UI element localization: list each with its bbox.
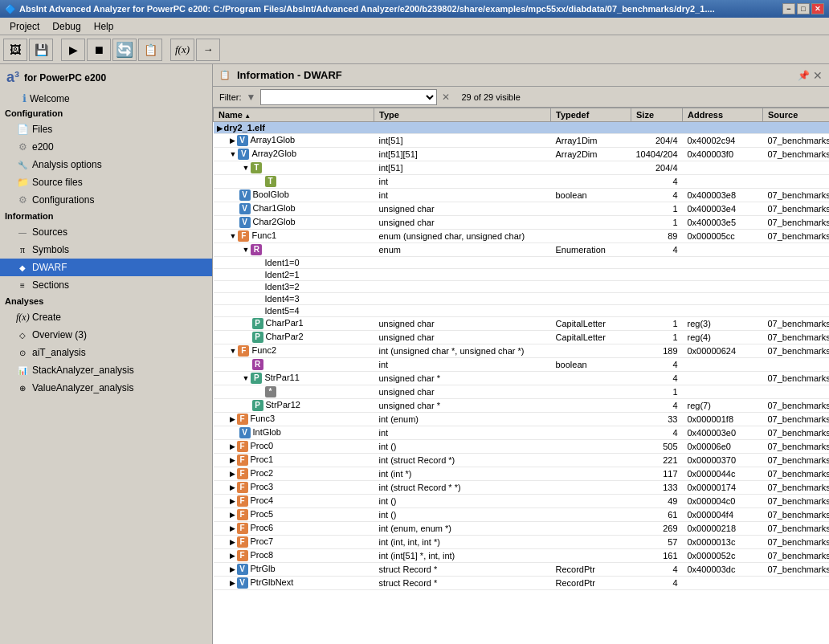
table-row[interactable]: PStrPar12unsigned char *4reg(7)07_benchm… bbox=[214, 399, 830, 413]
table-row[interactable]: Ident3=2 bbox=[214, 281, 830, 293]
sidebar-item-e200[interactable]: ⚙ e200 bbox=[0, 138, 212, 156]
filter-dropdown[interactable] bbox=[260, 89, 437, 105]
expand-icon[interactable]: ▶ bbox=[230, 565, 235, 573]
expand-icon[interactable]: ▼ bbox=[243, 374, 250, 382]
sidebar-item-source-files[interactable]: 📁 Source files bbox=[0, 173, 212, 191]
expand-icon[interactable]: ▶ bbox=[230, 511, 235, 519]
cell-size: 33 bbox=[631, 413, 683, 426]
table-row[interactable]: Ident2=1 bbox=[214, 269, 830, 281]
close-button[interactable]: ✕ bbox=[811, 3, 824, 14]
toolbar-export[interactable]: 📋 bbox=[138, 39, 162, 61]
table-row[interactable]: ▶FProc8int (int[51] *, int, int)1610x000… bbox=[214, 549, 830, 563]
expand-icon[interactable]: ▶ bbox=[217, 124, 223, 132]
table-row[interactable]: Ident4=3 bbox=[214, 293, 830, 305]
col-header-typedef[interactable]: Typedef bbox=[551, 108, 631, 122]
table-row[interactable]: ▼VArray2Globint[51][51]Array2Dim10404/20… bbox=[214, 148, 830, 161]
table-row[interactable]: ▼FFunc1enum (unsigned char, unsigned cha… bbox=[214, 230, 830, 243]
expand-icon[interactable]: ▶ bbox=[230, 456, 235, 464]
sidebar-item-files[interactable]: 📄 Files bbox=[0, 120, 212, 138]
table-row[interactable]: ▶FProc6int (enum, enum *)2690x0000021807… bbox=[214, 522, 830, 536]
table-row[interactable]: ▶FFunc3int (enum)330x000001f807_benchmar… bbox=[214, 413, 830, 426]
table-row[interactable]: VChar2Globunsigned char10x400003e507_ben… bbox=[214, 216, 830, 230]
table-row[interactable]: ▶dry2_1.elf bbox=[214, 122, 830, 134]
table-row[interactable]: VChar1Globunsigned char10x400003e407_ben… bbox=[214, 202, 830, 216]
data-table-wrapper[interactable]: Name Type Typedef Size Address Source ▶d… bbox=[213, 108, 829, 644]
table-row[interactable]: *unsigned char1 bbox=[214, 385, 830, 399]
table-row[interactable]: ▼Tint[51]204/4 bbox=[214, 161, 830, 175]
maximize-button[interactable]: □ bbox=[797, 3, 810, 14]
col-header-address[interactable]: Address bbox=[683, 108, 763, 122]
table-row[interactable]: ▶FProc5int ()610x000004f407_benchmarks/d… bbox=[214, 508, 830, 522]
sidebar-item-welcome[interactable]: ℹ Welcome bbox=[0, 91, 212, 106]
expand-icon[interactable]: ▶ bbox=[230, 497, 235, 505]
table-row[interactable]: PCharPar2unsigned charCapitalLetter1reg(… bbox=[214, 331, 830, 344]
col-header-source[interactable]: Source bbox=[763, 108, 830, 122]
table-row[interactable]: ▶FProc3int (struct Record * *)1330x00000… bbox=[214, 481, 830, 495]
table-row[interactable]: ▼PStrPar11unsigned char *407_benchmarks/… bbox=[214, 372, 830, 385]
table-row[interactable]: PCharPar1unsigned charCapitalLetter1reg(… bbox=[214, 317, 830, 331]
table-row[interactable]: Tint4 bbox=[214, 175, 830, 189]
sidebar-item-ait-analysis[interactable]: ⊙ aiT_analysis bbox=[0, 344, 212, 361]
table-row[interactable]: ▶FProc2int (int *)1170x0000044c07_benchm… bbox=[214, 467, 830, 481]
clear-filter-icon[interactable]: ✕ bbox=[442, 92, 450, 103]
expand-icon[interactable]: ▶ bbox=[230, 483, 235, 491]
sidebar-item-configurations[interactable]: ⚙ Configurations bbox=[0, 191, 212, 209]
toolbar-arrow[interactable]: → bbox=[196, 39, 220, 61]
table-row[interactable]: Rintboolean4 bbox=[214, 358, 830, 372]
expand-icon[interactable]: ▶ bbox=[230, 137, 235, 145]
menu-help[interactable]: Help bbox=[88, 19, 120, 34]
expand-icon[interactable]: ▼ bbox=[243, 164, 250, 172]
minimize-button[interactable]: − bbox=[782, 3, 795, 14]
sidebar-item-sources[interactable]: — Sources bbox=[0, 223, 212, 241]
row-name: Proc1 bbox=[251, 454, 274, 464]
toolbar-run[interactable]: ▶ bbox=[61, 39, 85, 61]
sidebar-item-dwarf[interactable]: ◆ DWARF bbox=[0, 259, 212, 276]
toolbar-refresh[interactable]: 🔄 bbox=[112, 39, 137, 61]
expand-icon[interactable]: ▼ bbox=[243, 246, 250, 254]
table-row[interactable]: ▶FProc1int (struct Record *)2210x0000037… bbox=[214, 454, 830, 467]
menu-debug[interactable]: Debug bbox=[46, 19, 87, 34]
table-row[interactable]: ▶VPtrGlbNextstruct Record *RecordPtr4 bbox=[214, 577, 830, 590]
col-header-size[interactable]: Size bbox=[631, 108, 683, 122]
table-row[interactable]: ▼RenumEnumeration4 bbox=[214, 243, 830, 257]
expand-icon[interactable]: ▶ bbox=[230, 470, 235, 478]
col-header-type[interactable]: Type bbox=[374, 108, 551, 122]
sidebar-item-overview[interactable]: ◇ Overview (3) bbox=[0, 326, 212, 344]
table-row[interactable]: ▶FProc0int ()5050x00006e007_benchmarks/d… bbox=[214, 440, 830, 454]
pin-icon[interactable]: 📌 bbox=[798, 70, 810, 81]
table-row[interactable]: ▼FFunc2int (unsigned char *, unsigned ch… bbox=[214, 344, 830, 358]
sidebar-item-symbols[interactable]: π Symbols bbox=[0, 241, 212, 259]
expand-icon[interactable]: ▶ bbox=[230, 579, 235, 587]
table-row[interactable]: Ident1=0 bbox=[214, 257, 830, 269]
sidebar-item-stack-analysis[interactable]: 📊 StackAnalyzer_analysis bbox=[0, 361, 212, 379]
cell-type: int (struct Record *) bbox=[374, 454, 551, 467]
type-badge: V bbox=[239, 190, 251, 201]
menu-project[interactable]: Project bbox=[3, 19, 46, 34]
sidebar-item-sections[interactable]: ≡ Sections bbox=[0, 276, 212, 294]
toolbar-open[interactable]: 🖼 bbox=[3, 39, 27, 61]
close-panel-button[interactable]: ✕ bbox=[813, 69, 823, 82]
toolbar-save[interactable]: 💾 bbox=[29, 39, 53, 61]
expand-icon[interactable]: ▶ bbox=[230, 552, 235, 560]
sidebar-item-value-analysis[interactable]: ⊕ ValueAnalyzer_analysis bbox=[0, 379, 212, 397]
table-row[interactable]: ▶FProc7int (int, int, int *)570x0000013c… bbox=[214, 536, 830, 549]
sidebar-item-create[interactable]: f(x) Create bbox=[0, 308, 212, 326]
col-header-name[interactable]: Name bbox=[214, 108, 374, 122]
table-row[interactable]: ▶FProc4int ()490x000004c007_benchmarks/d… bbox=[214, 495, 830, 508]
expand-icon[interactable]: ▼ bbox=[230, 150, 237, 158]
expand-icon[interactable]: ▼ bbox=[230, 347, 237, 355]
expand-icon[interactable]: ▶ bbox=[230, 524, 235, 532]
toolbar-stop[interactable]: ⏹ bbox=[87, 39, 111, 61]
expand-icon[interactable]: ▶ bbox=[230, 538, 235, 546]
table-row[interactable]: Ident5=4 bbox=[214, 305, 830, 317]
expand-icon[interactable]: ▶ bbox=[230, 415, 235, 423]
table-row[interactable]: ▶VArray1Globint[51]Array1Dim204/40x40002… bbox=[214, 134, 830, 148]
table-row[interactable]: VBoolGlobintboolean40x400003e807_benchma… bbox=[214, 189, 830, 202]
table-row[interactable]: VIntGlobint40x400003e007_benchmarks/dry2… bbox=[214, 426, 830, 440]
expand-icon[interactable]: ▶ bbox=[230, 442, 235, 450]
cell-type: int[51][51] bbox=[374, 148, 551, 161]
toolbar-function[interactable]: f(x) bbox=[170, 39, 194, 61]
sidebar-item-analysis-options[interactable]: 🔧 Analysis options bbox=[0, 156, 212, 173]
expand-icon[interactable]: ▼ bbox=[230, 232, 237, 240]
table-row[interactable]: ▶VPtrGlbstruct Record *RecordPtr40x40000… bbox=[214, 563, 830, 577]
